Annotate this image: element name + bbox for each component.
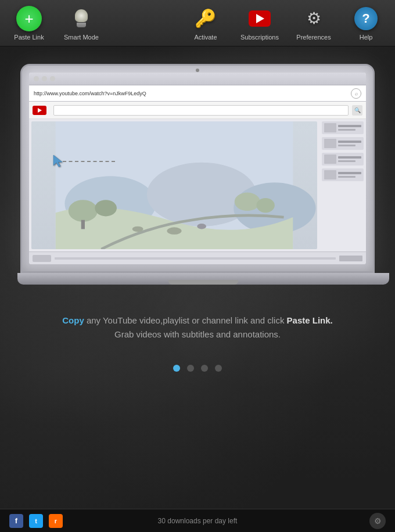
yt-badge [33,106,46,115]
camera-dot [196,69,199,72]
settings-icon[interactable]: ⚙ [369,513,386,529]
svg-point-9 [167,227,181,235]
smart-mode-icon [69,6,94,31]
preferences-label: Preferences [296,34,331,41]
svg-rect-5 [81,220,85,229]
main-content: http://www.youtube.com/watch?v=nJkwF9Led… [0,46,395,509]
sidebar-item-1 [322,121,364,134]
rss-icon[interactable]: r [49,514,63,528]
yt-search-field [53,105,349,116]
help-icon: ? [353,6,379,31]
traffic-light-yellow [42,76,47,81]
video-thumbnail [31,121,317,249]
desc-paste-link: Paste Link. [287,315,333,325]
laptop-screen: http://www.youtube.com/watch?v=nJkwF9Led… [20,64,375,273]
description-text: Copy any YouTube video,playlist or chann… [62,314,333,342]
downloads-remaining: 30 downloads per day left [158,517,238,525]
sidebar-item-3 [322,153,364,166]
twitter-icon[interactable]: t [29,514,43,528]
browser-titlebar [29,73,366,85]
address-url: http://www.youtube.com/watch?v=nJkwF9Led… [34,91,351,96]
svg-point-7 [235,193,260,211]
desc-highlight-copy: Copy [62,315,84,325]
toolbar: Paste Link Smart Mode 🔑 Activate Subscri… [0,0,395,46]
subscriptions-label: Subscriptions [240,34,279,41]
sidebar-item-2 [322,137,364,150]
activate-icon: 🔑 [193,6,218,31]
svg-point-4 [69,200,98,222]
paste-link-button[interactable]: Paste Link [12,6,46,41]
dot-2[interactable] [187,365,194,372]
laptop-base [17,273,389,285]
laptop-screen-inner: http://www.youtube.com/watch?v=nJkwF9Led… [29,73,366,264]
facebook-icon[interactable]: f [9,514,23,528]
bottom-btn-1 [33,255,51,262]
paste-link-label: Paste Link [14,34,44,41]
activate-button[interactable]: 🔑 Activate [188,6,223,41]
svg-point-8 [256,198,274,213]
dot-4[interactable] [215,365,222,372]
pagination [173,365,222,372]
traffic-light-green [50,76,55,81]
svg-point-10 [197,224,206,229]
preferences-icon: ⚙ [301,6,326,31]
dot-3[interactable] [201,365,208,372]
subscriptions-button[interactable]: Subscriptions [240,6,279,41]
svg-point-6 [95,200,117,216]
search-btn: ⌕ [351,88,361,99]
yt-search-icon: 🔍 [352,105,362,116]
help-button[interactable]: ? Help [349,6,383,41]
browser-addressbar: http://www.youtube.com/watch?v=nJkwF9Led… [29,85,366,102]
desc-middle: any YouTube video,playlist or channel li… [87,315,287,325]
description-area: Copy any YouTube video,playlist or chann… [27,314,368,342]
dot-1[interactable] [173,365,180,372]
desc-line2: Grab videos with subtitles and annotatio… [114,329,281,339]
smart-mode-button[interactable]: Smart Mode [64,6,99,41]
activate-label: Activate [194,34,217,41]
smart-mode-label: Smart Mode [64,34,99,41]
bottom-line [55,257,336,260]
statusbar: f t r 30 downloads per day left ⚙ [0,509,395,532]
laptop-illustration: http://www.youtube.com/watch?v=nJkwF9Led… [17,64,378,296]
help-label: Help [360,34,373,41]
browser-content [29,119,366,251]
browser-mockup: http://www.youtube.com/watch?v=nJkwF9Led… [29,73,366,264]
subscriptions-icon [247,6,272,31]
dashed-line [63,161,115,162]
social-links: f t r [9,514,63,528]
bottom-btn-2 [339,256,362,261]
sidebar-item-4 [322,168,364,181]
traffic-light-red [34,76,39,81]
preferences-button[interactable]: ⚙ Preferences [296,6,331,41]
sidebar-list [319,119,366,251]
video-area [29,119,319,251]
paste-link-icon [16,6,42,31]
svg-point-11 [132,227,143,232]
browser-bottom [29,251,366,264]
landscape-svg [31,121,317,249]
yt-search-row: 🔍 [29,102,366,119]
